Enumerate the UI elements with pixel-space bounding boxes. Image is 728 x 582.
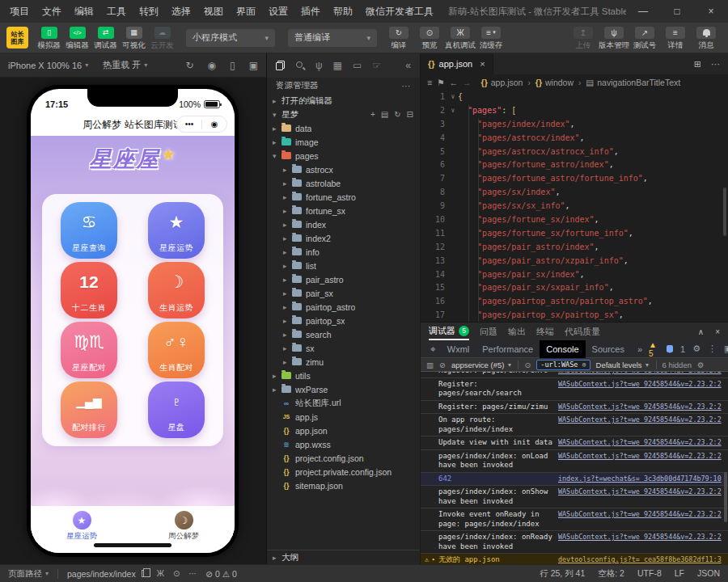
tree-folder-wxParse[interactable]: ▸wxParse	[267, 382, 420, 396]
split-editor-icon[interactable]: ⊞	[694, 59, 701, 70]
menu-item[interactable]: 工具	[100, 5, 133, 19]
collapse-sidebar-icon[interactable]: «	[405, 60, 411, 71]
feedback-icon[interactable]: ☞	[372, 60, 381, 71]
console-source-link[interactable]: WASubContext.js?t=we_92458544&v=2.23.2:2	[553, 372, 722, 376]
tree-folder-data[interactable]: ▸data	[267, 121, 420, 135]
console-log-row[interactable]: Register: pages/info/infoWASubContext.js…	[421, 372, 728, 378]
visualization-button[interactable]: ▦可视化	[120, 25, 148, 51]
tree-file-app.wxss[interactable]: ≋app.wxss	[267, 437, 420, 451]
close-icon[interactable]: ×	[480, 59, 485, 69]
console-log-row[interactable]: pages/index/index: onLoad have been invo…	[421, 450, 728, 473]
tree-folder-info[interactable]: ▸info	[267, 245, 420, 259]
menu-item[interactable]: 选择	[165, 5, 197, 19]
console-log-row[interactable]: Invoke event onReady in page: pages/inde…	[421, 508, 728, 531]
page-path-value[interactable]: pages/index/index	[67, 569, 148, 579]
page-path-selector[interactable]: 页面路径 ▾	[8, 568, 49, 580]
outline-icon[interactable]: ≡	[427, 78, 432, 87]
tree-folder-index[interactable]: ▸index	[267, 217, 420, 231]
log-levels-dropdown[interactable]: Default levels ▼	[596, 361, 650, 369]
tree-folder-pair_astro[interactable]: ▸pair_astro	[267, 272, 420, 286]
grid-app-5[interactable]: ♍♏星座配对	[61, 322, 117, 378]
device-frame-icon[interactable]: ▯	[230, 60, 235, 71]
tree-folder-fortune_sx[interactable]: ▸fortune_sx	[267, 204, 420, 217]
source-control-icon[interactable]: ψ	[315, 60, 323, 71]
devtools-tab-Performance[interactable]: Performance	[476, 340, 540, 358]
editor-scrollbar[interactable]	[723, 188, 726, 236]
menu-item[interactable]: 微信开发者工具	[359, 5, 440, 19]
console-source-link[interactable]: WASubContext.js?t=we_92458544&v=2.23.2:2	[553, 438, 722, 448]
console-source-link[interactable]: WASubContext.js?t=we_92458544&v=2.23.2:2	[553, 487, 722, 497]
console-source-link[interactable]: WASubContext.js?t=we_92458544&v=2.23.2:2	[553, 415, 722, 425]
version-control-button[interactable]: ψ版本管理	[599, 25, 629, 51]
copy-icon[interactable]	[142, 570, 148, 577]
console-log-row[interactable]: Register: pages/search/searchWASubContex…	[421, 378, 728, 401]
bug-icon[interactable]: Ж	[157, 569, 164, 578]
statusbar-item[interactable]: JSON	[697, 568, 720, 580]
console-source-link[interactable]: WASubContext.js?t=we_92458544&v=2.23.2:2	[553, 452, 722, 462]
expand-icon[interactable]: ▸	[432, 555, 435, 564]
tree-file-project.private.config.json[interactable]: {}project.private.config.json	[267, 465, 420, 479]
device-selector[interactable]: iPhone X 100% 16 ▾	[8, 61, 88, 70]
context-dropdown[interactable]: appservice (#5) ▼	[451, 361, 512, 369]
console-source-link[interactable]: WASubContext.js?t=we_92458544&v=2.23.2:2	[553, 403, 722, 412]
console-log[interactable]: Register: pages/info/infoWASubContext.js…	[421, 372, 728, 564]
live-expression-icon[interactable]: ⊙	[524, 361, 531, 369]
debug-tab-问题[interactable]: 问题	[480, 323, 497, 340]
grid-app-2[interactable]: ★星座运势	[148, 202, 205, 259]
gear-icon[interactable]: ⚙	[692, 344, 700, 354]
statusbar-item[interactable]: 空格: 2	[598, 568, 624, 580]
close-button[interactable]: ×	[694, 0, 728, 23]
tree-folder-astrocx[interactable]: ▸astrocx	[267, 162, 420, 176]
home-indicator[interactable]	[94, 543, 171, 547]
menu-item[interactable]: 编辑	[68, 5, 100, 19]
console-log-row[interactable]: Update view with init dataWASubContext.j…	[421, 436, 728, 450]
console-log-row[interactable]: 642index.js?t=wechat&s=_3c3db00d47174b79…	[421, 473, 728, 487]
collapse-panel-icon[interactable]: ∧	[698, 327, 704, 336]
tree-folder-list[interactable]: ▸list	[267, 259, 420, 272]
more-icon[interactable]: ⋯	[402, 81, 412, 91]
tree-file-app.js[interactable]: JSapp.js	[267, 410, 420, 424]
maximize-button[interactable]: □	[660, 0, 694, 23]
project-root[interactable]: ▾ 星梦 +▤↻⊟	[267, 108, 420, 121]
new-file-icon[interactable]: +	[370, 110, 375, 119]
tree-folder-utils[interactable]: ▸utils	[267, 369, 420, 382]
fold-icon[interactable]: ∨	[448, 91, 458, 104]
tree-file-站长图库.url[interactable]: ∞站长图库.url	[267, 396, 420, 410]
tree-folder-pair_sx[interactable]: ▸pair_sx	[267, 286, 420, 300]
compile-mode-dropdown[interactable]: 普通编译 ▾	[288, 29, 377, 47]
compile-button[interactable]: ↻编译	[383, 25, 414, 51]
files-icon[interactable]	[276, 61, 285, 70]
capsule-target-icon[interactable]: ◉	[202, 120, 226, 129]
menu-item[interactable]: 插件	[294, 5, 327, 19]
console-log-row[interactable]: pages/index/index: onShow have been invo…	[421, 486, 728, 508]
tree-file-project.config.json[interactable]: {}project.config.json	[267, 451, 420, 465]
kebab-menu-icon[interactable]: ⋮	[708, 344, 717, 354]
menu-item[interactable]: 转到	[133, 5, 165, 19]
more-icon[interactable]: ⋯	[711, 59, 720, 70]
menu-item[interactable]: 项目	[3, 5, 36, 19]
tree-folder-astrolabe[interactable]: ▸astrolabe	[267, 176, 420, 190]
capsule-menu[interactable]: ••• ◉	[176, 116, 227, 133]
grid-app-4[interactable]: ☽生肖运势	[148, 262, 205, 318]
console-source-link[interactable]: WASubContext.js?t=we_92458544&v=2.23.2:2	[553, 380, 722, 390]
outline-section[interactable]: ▸ 大纲	[267, 550, 420, 564]
search-icon[interactable]	[295, 61, 305, 70]
menu-item[interactable]: 视图	[197, 5, 230, 19]
console-log-row[interactable]: Register: pages/zimu/zimuWASubContext.js…	[421, 401, 728, 415]
menu-item[interactable]: 设置	[262, 5, 294, 19]
test-account-button[interactable]: ↗测试号	[629, 25, 660, 51]
devtools-tab-Wxml[interactable]: Wxml	[441, 340, 476, 358]
mode-dropdown[interactable]: 小程序模式 ▾	[186, 29, 275, 47]
tree-folder-pairtop_sx[interactable]: ▸pairtop_sx	[267, 314, 420, 327]
new-folder-icon[interactable]: ▤	[381, 110, 388, 119]
tree-folder-index2[interactable]: ▸index2	[267, 231, 420, 245]
detach-window-icon[interactable]: ▣	[249, 60, 258, 71]
breadcrumb-item[interactable]: {}app.json	[481, 78, 523, 87]
devtools-tab-Sources[interactable]: Sources	[586, 340, 631, 358]
more-dots-icon[interactable]: •••	[177, 120, 201, 129]
menu-item[interactable]: 界面	[230, 5, 262, 19]
eye-icon[interactable]: ⊙	[173, 569, 180, 578]
debug-tab-调试器[interactable]: 调试器5	[429, 323, 469, 340]
screenshot-icon[interactable]: ◉	[208, 60, 216, 71]
console-warning-row[interactable]: ⚠▸无效的 app.json tabBar["box-shadow"]devto…	[421, 554, 728, 564]
